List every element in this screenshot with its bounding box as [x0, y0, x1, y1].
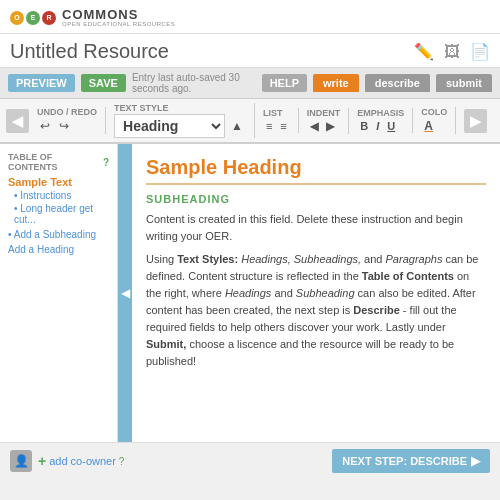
next-step-button[interactable]: NEXT STEP: DESCRIBE ▶: [332, 449, 490, 473]
circle-e-icon: E: [26, 11, 40, 25]
document-icon-btn[interactable]: 📄: [470, 42, 490, 61]
tab-describe[interactable]: describe: [365, 74, 430, 92]
help-button[interactable]: HELP: [262, 74, 307, 92]
content-subheading: SUBHEADING: [146, 193, 486, 205]
indent-label: INDENT: [307, 108, 341, 118]
action-bar: PREVIEW SAVE Entry last auto-saved 30 se…: [0, 68, 500, 99]
document-icon: 📄: [470, 42, 490, 61]
header: O E R COMMONS OPEN EDUCATIONAL RESOURCES: [0, 0, 500, 34]
emphasis-label: EMPHASIS: [357, 108, 404, 118]
tab-write[interactable]: write: [313, 74, 359, 92]
logo-text: COMMONS OPEN EDUCATIONAL RESOURCES: [62, 8, 175, 27]
content-body: Content is created in this field. Delete…: [146, 211, 486, 370]
toc-title: TABLE OF CONTENTS: [8, 152, 100, 172]
add-co-owner-label: add co-owner: [49, 455, 116, 467]
toc-help-icon[interactable]: ?: [103, 157, 109, 168]
list-group: LIST ≡ ≡: [263, 108, 299, 133]
resource-title: Untitled Resource: [10, 40, 414, 63]
text-style-expand[interactable]: ▲: [228, 118, 246, 134]
title-icons: ✏️ 🖼 📄: [414, 42, 490, 61]
indent-group: INDENT ◀ ▶: [307, 108, 350, 134]
footer: 👤 + add co-owner ? NEXT STEP: DESCRIBE ▶: [0, 442, 500, 479]
footer-left: 👤 + add co-owner ?: [10, 450, 124, 472]
text-color-button[interactable]: A: [421, 118, 436, 134]
preview-button[interactable]: PREVIEW: [8, 74, 75, 92]
content-area[interactable]: Sample Heading SUBHEADING Content is cre…: [132, 144, 500, 442]
content-paragraph-2: Using Text Styles: Headings, Subheadings…: [146, 251, 486, 370]
indent-increase-button[interactable]: ▶: [323, 119, 337, 134]
chevron-right-icon: ▶: [471, 454, 480, 468]
toc-header: TABLE OF CONTENTS ?: [8, 152, 109, 172]
logo-subtitle: OPEN EDUCATIONAL RESOURCES: [62, 21, 175, 27]
circle-o-icon: O: [10, 11, 24, 25]
list-unordered-button[interactable]: ≡: [263, 119, 275, 133]
italic-button[interactable]: I: [373, 119, 382, 133]
text-style-select[interactable]: Heading Subheading Paragraph: [114, 114, 225, 138]
underline-button[interactable]: U: [384, 119, 398, 133]
save-button[interactable]: SAVE: [81, 74, 126, 92]
add-co-owner-button[interactable]: + add co-owner ?: [38, 453, 124, 469]
list-ordered-button[interactable]: ≡: [277, 119, 289, 133]
toc-sample-text: Sample Text: [8, 176, 109, 188]
toolbar-left-arrow[interactable]: ◀: [6, 109, 29, 133]
image-icon-btn[interactable]: 🖼: [444, 43, 460, 61]
undo-button[interactable]: ↩: [37, 118, 53, 134]
tab-submit[interactable]: submit: [436, 74, 492, 92]
main-area: TABLE OF CONTENTS ? Sample Text Instruct…: [0, 144, 500, 442]
toolbar-right-arrow[interactable]: ▶: [464, 109, 487, 133]
undo-redo-label: UNDO / REDO: [37, 107, 97, 117]
redo-button[interactable]: ↪: [56, 118, 72, 134]
indent-decrease-button[interactable]: ◀: [307, 119, 321, 134]
avatar-icon: 👤: [10, 450, 32, 472]
sidebar: TABLE OF CONTENTS ? Sample Text Instruct…: [0, 144, 118, 442]
toc-item-long-header[interactable]: Long header get cut...: [8, 203, 109, 225]
logo-circles: O E R: [10, 11, 56, 25]
toc-add-subheading[interactable]: • Add a Subheading: [8, 229, 109, 240]
co-owner-help-icon[interactable]: ?: [119, 456, 125, 467]
collapse-handle[interactable]: ◀: [118, 144, 132, 442]
toc-add-heading[interactable]: Add a Heading: [8, 244, 109, 255]
bold-button[interactable]: B: [357, 119, 371, 133]
toolbar: ◀ UNDO / REDO ↩ ↪ TEXT STYLE Heading Sub…: [0, 99, 500, 144]
title-bar: Untitled Resource ✏️ 🖼 📄: [0, 34, 500, 68]
next-step-label: NEXT STEP: DESCRIBE: [342, 455, 467, 467]
pencil-icon-btn[interactable]: ✏️: [414, 42, 434, 61]
text-style-group: TEXT STYLE Heading Subheading Paragraph …: [114, 103, 255, 138]
autosave-status: Entry last auto-saved 30 seconds ago.: [132, 72, 256, 94]
image-icon: 🖼: [444, 43, 460, 61]
color-group: COLO A: [421, 107, 456, 134]
plus-icon: +: [38, 453, 46, 469]
content-paragraph-1: Content is created in this field. Delete…: [146, 211, 486, 245]
color-label: COLO: [421, 107, 447, 117]
list-label: LIST: [263, 108, 290, 118]
content-heading: Sample Heading: [146, 156, 486, 185]
circle-r-icon: R: [42, 11, 56, 25]
logo-name: COMMONS: [62, 8, 175, 21]
text-style-label: TEXT STYLE: [114, 103, 246, 113]
toc-item-instructions[interactable]: Instructions: [8, 190, 109, 201]
pencil-icon: ✏️: [414, 42, 434, 61]
emphasis-group: EMPHASIS B I U: [357, 108, 413, 133]
undo-redo-group: UNDO / REDO ↩ ↪: [37, 107, 106, 134]
